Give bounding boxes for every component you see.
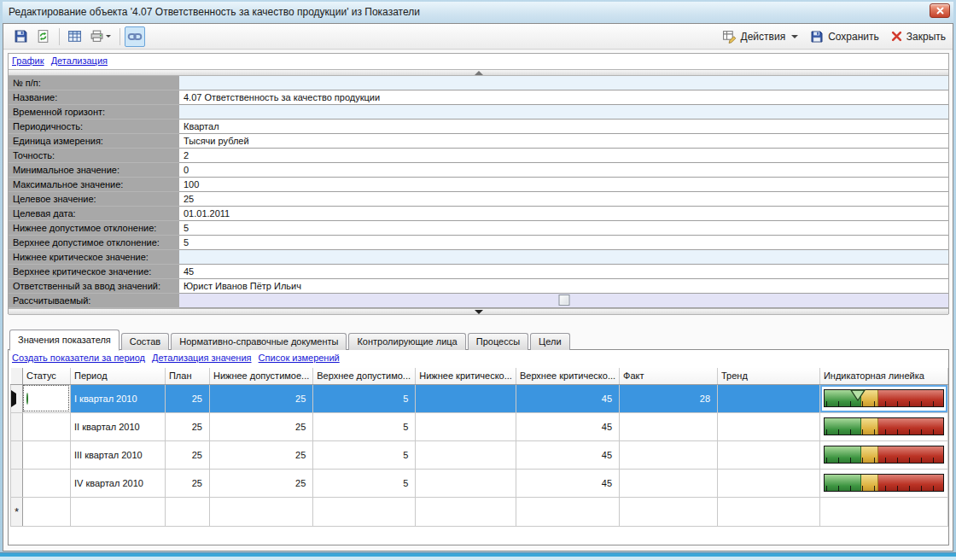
field-unit[interactable]: Тысячи рублей (179, 134, 948, 149)
save-tool-button[interactable] (10, 26, 31, 47)
field-precision[interactable]: 2 (179, 149, 948, 163)
chart-link[interactable]: График (12, 55, 44, 66)
cell-period[interactable]: II квартал 2010 (70, 412, 165, 440)
cell-indicator-ruler[interactable] (819, 384, 947, 412)
cell-lower-critical[interactable] (416, 384, 516, 412)
row-selector[interactable] (11, 440, 23, 469)
cell-upper-allowed[interactable]: 5 (313, 412, 416, 440)
tab-goals[interactable]: Цели (530, 333, 569, 350)
refresh-tool-button[interactable] (32, 26, 53, 47)
field-responsible[interactable]: Юрист Иванов Пётр Ильич (179, 279, 948, 294)
field-target-date[interactable]: 01.01.2011 (179, 207, 948, 221)
field-target-value[interactable]: 25 (179, 192, 948, 207)
actions-button[interactable]: Действия (722, 29, 799, 44)
cell-upper-critical[interactable]: 45 (516, 469, 619, 497)
grid-row-q3[interactable]: III квартал 2010 25 25 5 45 (11, 440, 948, 469)
cell-fact[interactable]: 28 (620, 384, 718, 412)
grid-row-q1[interactable]: I квартал 2010 25 25 5 45 28 (11, 384, 948, 412)
field-name[interactable]: 4.07 Ответственность за качество продукц… (179, 90, 948, 105)
cell-indicator-ruler[interactable] (819, 469, 947, 497)
cell-trend[interactable] (718, 384, 820, 412)
row-selector[interactable] (11, 469, 23, 497)
row-selector[interactable] (11, 412, 23, 440)
close-button[interactable]: Закрыть (891, 31, 946, 43)
cell-upper-allowed[interactable]: 5 (313, 384, 416, 412)
cell-fact[interactable] (620, 440, 718, 469)
cell-lower-allowed[interactable]: 25 (209, 384, 312, 412)
cell-indicator-ruler[interactable] (819, 497, 947, 526)
grid-new-row[interactable]: * (11, 497, 948, 526)
field-number[interactable] (179, 76, 948, 90)
field-lower-allowed-deviation[interactable]: 5 (179, 221, 948, 236)
cell-plan[interactable] (165, 497, 209, 526)
cell-trend[interactable] (718, 412, 820, 440)
cell-lower-allowed[interactable]: 25 (209, 412, 312, 440)
detail-link[interactable]: Детализация (51, 55, 108, 66)
link-tool-button[interactable] (125, 26, 145, 47)
header-upper-allowed[interactable]: Верхнее допустимо... (313, 368, 416, 384)
header-indicator-ruler[interactable]: Индикаторная линейка (819, 368, 947, 384)
header-fact[interactable]: Факт (620, 368, 718, 384)
cell-fact[interactable] (620, 497, 718, 526)
grid-view-tool-button[interactable] (64, 26, 85, 47)
field-upper-allowed-deviation[interactable]: 5 (179, 236, 948, 250)
cell-lower-allowed[interactable]: 25 (209, 469, 312, 497)
cell-lower-critical[interactable] (416, 497, 516, 526)
header-period[interactable]: Период (70, 368, 165, 384)
cell-upper-critical[interactable] (516, 497, 619, 526)
title-bar[interactable]: Редактирование объекта '4.07 Ответственн… (3, 2, 953, 23)
header-lower-critical[interactable]: Нижнее критическо... (416, 368, 516, 384)
tab-composition[interactable]: Состав (121, 333, 169, 350)
calculated-checkbox[interactable] (558, 295, 569, 306)
row-selector[interactable] (11, 384, 23, 412)
cell-lower-critical[interactable] (416, 440, 516, 469)
cell-plan[interactable]: 25 (165, 469, 209, 497)
cell-upper-allowed[interactable]: 5 (313, 440, 416, 469)
cell-plan[interactable]: 25 (165, 440, 209, 469)
cell-trend[interactable] (718, 497, 820, 526)
window-close-button[interactable] (930, 3, 950, 18)
header-trend[interactable]: Тренд (718, 368, 820, 384)
field-min-value[interactable]: 0 (179, 163, 948, 178)
cell-status[interactable] (22, 497, 70, 526)
save-button[interactable]: Сохранить (810, 30, 879, 44)
cell-status[interactable] (22, 469, 70, 497)
cell-upper-critical[interactable]: 45 (516, 384, 619, 412)
cell-upper-critical[interactable]: 45 (516, 440, 619, 469)
field-max-value[interactable]: 100 (179, 178, 948, 192)
value-detail-link[interactable]: Детализация значения (152, 353, 251, 363)
cell-indicator-ruler[interactable] (819, 440, 947, 469)
field-lower-critical[interactable] (179, 250, 948, 265)
cell-lower-allowed[interactable]: 25 (209, 440, 312, 469)
header-upper-critical[interactable]: Верхнее критическо... (516, 368, 619, 384)
cell-period[interactable] (70, 497, 165, 526)
cell-plan[interactable]: 25 (165, 384, 209, 412)
cell-fact[interactable] (620, 469, 718, 497)
field-upper-critical[interactable]: 45 (179, 265, 948, 279)
cell-trend[interactable] (718, 469, 820, 497)
cell-lower-critical[interactable] (416, 469, 516, 497)
grid-row-q2[interactable]: II квартал 2010 25 25 5 45 (11, 412, 948, 440)
row-selector[interactable]: * (11, 497, 23, 526)
cell-plan[interactable]: 25 (165, 412, 209, 440)
tab-processes[interactable]: Процессы (468, 333, 528, 350)
cell-upper-critical[interactable]: 45 (516, 412, 619, 440)
cell-trend[interactable] (718, 440, 820, 469)
field-time-horizon[interactable] (179, 105, 948, 120)
cell-period[interactable]: III квартал 2010 (70, 440, 165, 469)
create-indicators-link[interactable]: Создать показатели за период (12, 353, 145, 363)
collapse-splitter-bottom[interactable] (9, 308, 948, 315)
cell-indicator-ruler[interactable] (819, 412, 947, 440)
grid-row-q4[interactable]: IV квартал 2010 25 25 5 45 (11, 469, 948, 497)
field-periodicity[interactable]: Квартал (179, 120, 948, 134)
cell-period[interactable]: IV квартал 2010 (70, 469, 165, 497)
cell-period[interactable]: I квартал 2010 (70, 384, 165, 412)
cell-status[interactable] (22, 412, 70, 440)
print-tool-button[interactable] (86, 26, 114, 47)
tab-controlling-persons[interactable]: Контролирующие лица (348, 333, 465, 350)
cell-lower-critical[interactable] (416, 412, 516, 440)
cell-status[interactable] (22, 384, 70, 412)
cell-lower-allowed[interactable] (209, 497, 312, 526)
measure-list-link[interactable]: Список измерений (259, 353, 340, 363)
tab-reference-documents[interactable]: Нормативно-справочные документы (171, 333, 347, 350)
